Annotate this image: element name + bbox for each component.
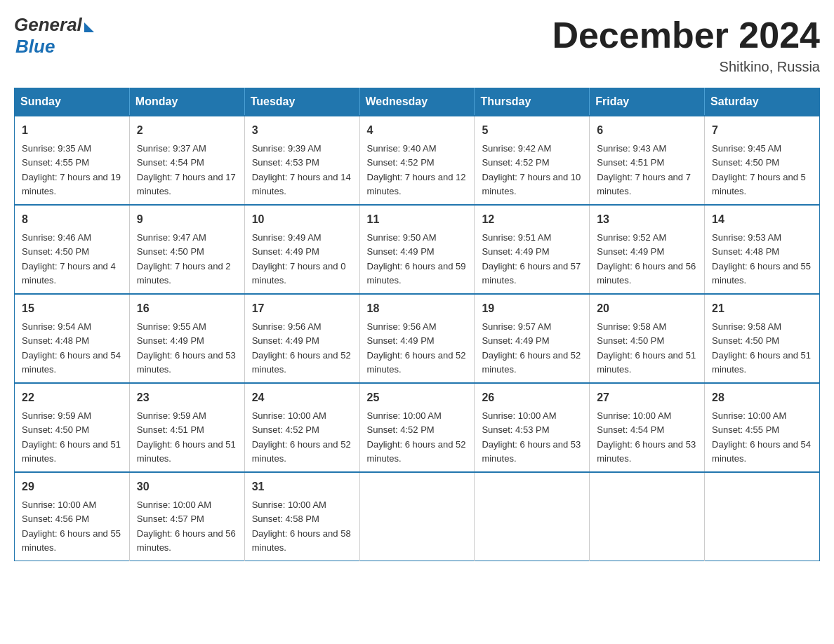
day-info: Sunrise: 9:51 AMSunset: 4:49 PMDaylight:…: [482, 232, 581, 286]
day-info: Sunrise: 10:00 AMSunset: 4:52 PMDaylight…: [252, 410, 351, 464]
day-info: Sunrise: 9:54 AMSunset: 4:48 PMDaylight:…: [22, 321, 121, 375]
calendar-cell: 25Sunrise: 10:00 AMSunset: 4:52 PMDaylig…: [359, 383, 475, 472]
calendar-cell: 7Sunrise: 9:45 AMSunset: 4:50 PMDaylight…: [705, 116, 820, 205]
day-info: Sunrise: 10:00 AMSunset: 4:56 PMDaylight…: [22, 499, 121, 553]
day-number: 3: [252, 122, 352, 139]
day-number: 14: [712, 211, 812, 228]
day-number: 17: [252, 300, 352, 317]
location: Shitkino, Russia: [552, 59, 820, 75]
calendar-cell: 13Sunrise: 9:52 AMSunset: 4:49 PMDayligh…: [590, 205, 705, 294]
day-number: 27: [597, 389, 697, 406]
calendar-cell: 11Sunrise: 9:50 AMSunset: 4:49 PMDayligh…: [359, 205, 475, 294]
day-number: 24: [252, 389, 352, 406]
header-cell-friday: Friday: [590, 88, 705, 116]
day-info: Sunrise: 9:58 AMSunset: 4:50 PMDaylight:…: [597, 321, 696, 375]
calendar-cell: 3Sunrise: 9:39 AMSunset: 4:53 PMDaylight…: [244, 116, 359, 205]
day-number: 9: [137, 211, 237, 228]
calendar-cell: 12Sunrise: 9:51 AMSunset: 4:49 PMDayligh…: [475, 205, 590, 294]
day-number: 1: [22, 122, 122, 139]
day-number: 7: [712, 122, 812, 139]
header-cell-saturday: Saturday: [705, 88, 820, 116]
calendar-cell: 23Sunrise: 9:59 AMSunset: 4:51 PMDayligh…: [129, 383, 244, 472]
day-number: 6: [597, 122, 697, 139]
calendar-cell: 31Sunrise: 10:00 AMSunset: 4:58 PMDaylig…: [244, 472, 359, 561]
calendar-cell: 6Sunrise: 9:43 AMSunset: 4:51 PMDaylight…: [590, 116, 705, 205]
calendar-body: 1Sunrise: 9:35 AMSunset: 4:55 PMDaylight…: [15, 116, 820, 561]
day-number: 26: [482, 389, 582, 406]
day-info: Sunrise: 9:40 AMSunset: 4:52 PMDaylight:…: [367, 143, 466, 196]
day-number: 12: [482, 211, 582, 228]
day-info: Sunrise: 9:57 AMSunset: 4:49 PMDaylight:…: [482, 321, 581, 375]
day-number: 4: [367, 122, 468, 139]
calendar-cell: 17Sunrise: 9:56 AMSunset: 4:49 PMDayligh…: [244, 294, 359, 383]
header-cell-wednesday: Wednesday: [359, 88, 475, 116]
calendar-week-5: 29Sunrise: 10:00 AMSunset: 4:56 PMDaylig…: [15, 472, 820, 561]
day-info: Sunrise: 9:53 AMSunset: 4:48 PMDaylight:…: [712, 232, 811, 286]
calendar-cell: 5Sunrise: 9:42 AMSunset: 4:52 PMDaylight…: [475, 116, 590, 205]
header-cell-sunday: Sunday: [15, 88, 130, 116]
calendar-cell: [359, 472, 475, 561]
calendar-week-4: 22Sunrise: 9:59 AMSunset: 4:50 PMDayligh…: [15, 383, 820, 472]
day-number: 30: [137, 478, 237, 495]
logo: General Blue: [14, 14, 94, 58]
day-number: 16: [137, 300, 237, 317]
header-cell-monday: Monday: [129, 88, 244, 116]
day-info: Sunrise: 10:00 AMSunset: 4:54 PMDaylight…: [597, 410, 696, 464]
day-number: 23: [137, 389, 237, 406]
day-number: 21: [712, 300, 812, 317]
calendar-cell: 20Sunrise: 9:58 AMSunset: 4:50 PMDayligh…: [590, 294, 705, 383]
day-number: 5: [482, 122, 582, 139]
day-number: 18: [367, 300, 468, 317]
calendar-table: SundayMondayTuesdayWednesdayThursdayFrid…: [14, 88, 820, 561]
day-number: 11: [367, 211, 468, 228]
logo-general-text: General: [14, 14, 82, 36]
day-info: Sunrise: 9:56 AMSunset: 4:49 PMDaylight:…: [367, 321, 466, 375]
day-number: 20: [597, 300, 697, 317]
day-number: 31: [252, 478, 352, 495]
day-info: Sunrise: 10:00 AMSunset: 4:52 PMDaylight…: [367, 410, 466, 464]
calendar-header: SundayMondayTuesdayWednesdayThursdayFrid…: [15, 88, 820, 116]
day-info: Sunrise: 9:42 AMSunset: 4:52 PMDaylight:…: [482, 143, 581, 196]
day-info: Sunrise: 9:37 AMSunset: 4:54 PMDaylight:…: [137, 143, 236, 196]
calendar-cell: [705, 472, 820, 561]
day-info: Sunrise: 9:59 AMSunset: 4:51 PMDaylight:…: [137, 410, 236, 464]
header-cell-tuesday: Tuesday: [244, 88, 359, 116]
day-info: Sunrise: 9:55 AMSunset: 4:49 PMDaylight:…: [137, 321, 236, 375]
calendar-cell: 16Sunrise: 9:55 AMSunset: 4:49 PMDayligh…: [129, 294, 244, 383]
calendar-cell: 1Sunrise: 9:35 AMSunset: 4:55 PMDaylight…: [15, 116, 130, 205]
logo-blue-text: Blue: [15, 36, 55, 58]
day-number: 25: [367, 389, 468, 406]
day-number: 2: [137, 122, 237, 139]
header-cell-thursday: Thursday: [475, 88, 590, 116]
day-info: Sunrise: 10:00 AMSunset: 4:55 PMDaylight…: [712, 410, 811, 464]
calendar-cell: 15Sunrise: 9:54 AMSunset: 4:48 PMDayligh…: [15, 294, 130, 383]
day-info: Sunrise: 9:59 AMSunset: 4:50 PMDaylight:…: [22, 410, 121, 464]
day-number: 22: [22, 389, 122, 406]
calendar-cell: [475, 472, 590, 561]
calendar-cell: 30Sunrise: 10:00 AMSunset: 4:57 PMDaylig…: [129, 472, 244, 561]
calendar-cell: 29Sunrise: 10:00 AMSunset: 4:56 PMDaylig…: [15, 472, 130, 561]
logo-arrow-icon: [84, 22, 94, 32]
day-info: Sunrise: 9:49 AMSunset: 4:49 PMDaylight:…: [252, 232, 346, 286]
calendar-cell: 18Sunrise: 9:56 AMSunset: 4:49 PMDayligh…: [359, 294, 475, 383]
calendar-week-3: 15Sunrise: 9:54 AMSunset: 4:48 PMDayligh…: [15, 294, 820, 383]
calendar-cell: 14Sunrise: 9:53 AMSunset: 4:48 PMDayligh…: [705, 205, 820, 294]
day-info: Sunrise: 9:56 AMSunset: 4:49 PMDaylight:…: [252, 321, 351, 375]
day-number: 13: [597, 211, 697, 228]
calendar-cell: 8Sunrise: 9:46 AMSunset: 4:50 PMDaylight…: [15, 205, 130, 294]
day-number: 10: [252, 211, 352, 228]
day-info: Sunrise: 9:58 AMSunset: 4:50 PMDaylight:…: [712, 321, 811, 375]
calendar-cell: 10Sunrise: 9:49 AMSunset: 4:49 PMDayligh…: [244, 205, 359, 294]
month-title: December 2024: [552, 14, 820, 56]
page-header: General Blue December 2024 Shitkino, Rus…: [14, 14, 820, 75]
day-info: Sunrise: 10:00 AMSunset: 4:58 PMDaylight…: [252, 499, 351, 553]
calendar-cell: 19Sunrise: 9:57 AMSunset: 4:49 PMDayligh…: [475, 294, 590, 383]
day-info: Sunrise: 10:00 AMSunset: 4:57 PMDaylight…: [137, 499, 236, 553]
calendar-week-2: 8Sunrise: 9:46 AMSunset: 4:50 PMDaylight…: [15, 205, 820, 294]
header-row: SundayMondayTuesdayWednesdayThursdayFrid…: [15, 88, 820, 116]
day-info: Sunrise: 9:47 AMSunset: 4:50 PMDaylight:…: [137, 232, 231, 286]
day-number: 8: [22, 211, 122, 228]
calendar-cell: 24Sunrise: 10:00 AMSunset: 4:52 PMDaylig…: [244, 383, 359, 472]
day-info: Sunrise: 9:52 AMSunset: 4:49 PMDaylight:…: [597, 232, 696, 286]
day-info: Sunrise: 9:46 AMSunset: 4:50 PMDaylight:…: [22, 232, 116, 286]
